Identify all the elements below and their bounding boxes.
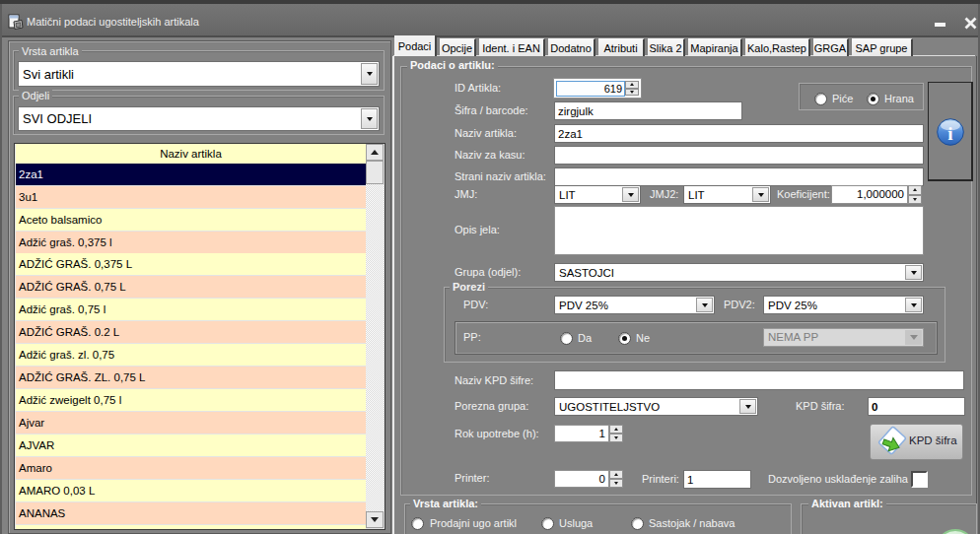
- svg-text:i: i: [947, 123, 952, 144]
